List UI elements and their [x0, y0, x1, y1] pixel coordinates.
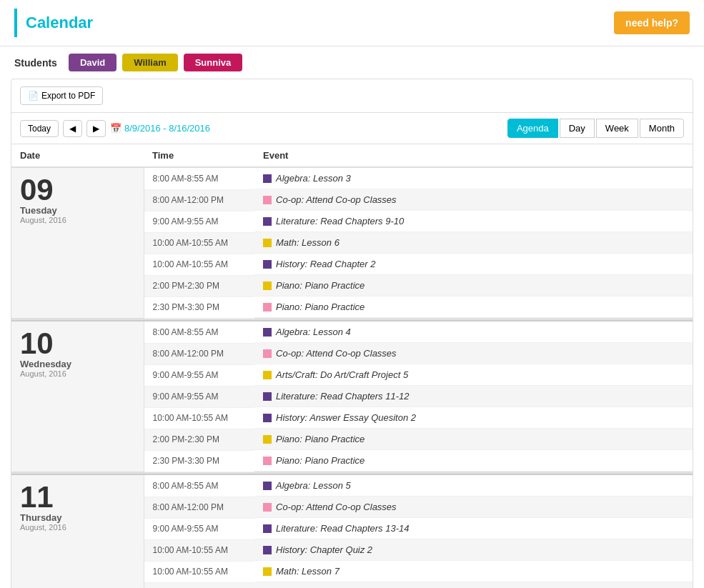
event-color-indicator	[263, 392, 272, 401]
time-cell: 8:00 AM-12:00 PM	[144, 189, 254, 211]
event-cell: Algebra: Lesson 3	[254, 168, 693, 189]
event-color-indicator	[263, 524, 272, 533]
time-cell: 2:00 PM-2:30 PM	[144, 582, 254, 588]
time-cell: 2:00 PM-2:30 PM	[144, 275, 254, 297]
event-cell: Co-op: Attend Co-op Classes	[254, 189, 693, 211]
date-number: 09	[20, 175, 135, 205]
event-color-indicator	[263, 567, 272, 576]
time-cell: 8:00 AM-8:55 AM	[144, 321, 254, 343]
date-month: August, 2016	[20, 523, 135, 532]
event-cell: Literature: Read Chapters 9-10	[254, 211, 693, 232]
view-agenda-button[interactable]: Agenda	[507, 119, 558, 138]
student-william[interactable]: William	[122, 54, 177, 71]
event-cell: Co-op: Attend Co-op Classes	[254, 343, 693, 364]
date-month: August, 2016	[20, 216, 135, 224]
event-cell: History: Chapter Quiz 2	[254, 539, 693, 561]
event-cell: Piano: Piano Practice	[254, 275, 693, 297]
event-text: Piano: Piano Practice	[276, 280, 365, 291]
header-left: Calendar	[14, 9, 93, 37]
event-color-indicator	[263, 217, 272, 226]
event-color-indicator	[263, 503, 272, 512]
event-text: Arts/Craft: Do Art/Craft Project 5	[276, 369, 408, 380]
view-day-button[interactable]: Day	[560, 119, 595, 138]
export-label: Export to PDF	[41, 91, 95, 101]
event-cell: Arts/Craft: Do Art/Craft Project 5	[254, 364, 693, 386]
event-cell: Piano: Piano Practice	[254, 582, 693, 588]
header: Calendar need help?	[0, 0, 704, 46]
event-text: Co-op: Attend Co-op Classes	[276, 502, 397, 512]
nav-bar: Today ◀ ▶ 📅 8/9/2016 - 8/16/2016 Agenda …	[11, 113, 693, 144]
student-david[interactable]: David	[69, 54, 116, 71]
event-color-indicator	[263, 414, 272, 422]
date-range-text: 8/9/2016 - 8/16/2016	[124, 123, 210, 134]
event-cell: Algebra: Lesson 5	[254, 475, 693, 497]
export-pdf-button[interactable]: 📄 Export to PDF	[20, 86, 103, 105]
prev-button[interactable]: ◀	[63, 120, 82, 137]
time-cell: 2:00 PM-2:30 PM	[144, 429, 254, 450]
time-cell: 9:00 AM-9:55 AM	[144, 364, 254, 386]
event-text: Algebra: Lesson 5	[276, 480, 351, 491]
student-sunniva[interactable]: Sunniva	[184, 54, 243, 71]
time-cell: 8:00 AM-12:00 PM	[144, 497, 254, 518]
table-row: 09 Tuesday August, 2016 8:00 AM-8:55 AM …	[11, 167, 693, 189]
event-color-indicator	[263, 435, 272, 444]
event-text: Piano: Piano Practice	[276, 434, 365, 444]
event-cell: Literature: Read Chapters 11-12	[254, 386, 693, 407]
event-text: History: Chapter Quiz 2	[276, 544, 372, 555]
event-color-indicator	[263, 260, 272, 269]
col-header-event: Event	[254, 144, 693, 167]
event-color-indicator	[263, 328, 272, 337]
time-cell: 10:00 AM-10:55 AM	[144, 407, 254, 429]
event-text: History: Answer Essay Quesiton 2	[276, 412, 416, 423]
app-container: Calendar need help? Students David Willi…	[0, 0, 704, 588]
date-number: 10	[20, 329, 135, 359]
time-cell: 9:00 AM-9:55 AM	[144, 386, 254, 407]
time-cell: 2:30 PM-3:30 PM	[144, 297, 254, 318]
date-day: Thursday	[20, 512, 135, 523]
page-title: Calendar	[26, 14, 93, 32]
date-number: 11	[20, 482, 135, 512]
event-cell: Algebra: Lesson 4	[254, 322, 693, 343]
date-day: Tuesday	[20, 205, 135, 216]
event-cell: Math: Lesson 7	[254, 561, 693, 582]
event-text: History: Read Chapter 2	[276, 259, 375, 269]
table-row: 10 Wednesday August, 2016 8:00 AM-8:55 A…	[11, 321, 693, 343]
help-button[interactable]: need help?	[614, 11, 690, 34]
time-cell: 8:00 AM-12:00 PM	[144, 343, 254, 364]
view-month-button[interactable]: Month	[640, 119, 684, 138]
today-button[interactable]: Today	[20, 120, 59, 137]
event-color-indicator	[263, 371, 272, 379]
next-button[interactable]: ▶	[86, 120, 106, 137]
time-cell: 10:00 AM-10:55 AM	[144, 232, 254, 254]
event-color-indicator	[263, 457, 272, 465]
event-cell: History: Answer Essay Quesiton 2	[254, 407, 693, 429]
header-accent	[14, 9, 17, 37]
event-cell: Piano: Piano Practice	[254, 429, 693, 450]
event-color-indicator	[263, 281, 272, 290]
event-color-indicator	[263, 239, 272, 247]
date-month: August, 2016	[20, 369, 135, 378]
time-cell: 10:00 AM-10:55 AM	[144, 561, 254, 582]
time-cell: 8:00 AM-8:55 AM	[144, 167, 254, 189]
event-color-indicator	[263, 482, 272, 490]
event-cell: Piano: Piano Practice	[254, 450, 693, 472]
event-text: Algebra: Lesson 4	[276, 327, 351, 337]
event-text: Co-op: Attend Co-op Classes	[276, 194, 397, 205]
event-text: Math: Lesson 7	[276, 566, 339, 577]
event-text: Co-op: Attend Co-op Classes	[276, 348, 397, 359]
date-range: 📅 8/9/2016 - 8/16/2016	[110, 123, 210, 134]
event-cell: Co-op: Attend Co-op Classes	[254, 497, 693, 518]
event-color-indicator	[263, 174, 272, 183]
event-text: Algebra: Lesson 3	[276, 173, 351, 184]
time-cell: 2:30 PM-3:30 PM	[144, 450, 254, 472]
date-cell: 10 Wednesday August, 2016	[11, 321, 144, 472]
table-header-row: Date Time Event	[11, 144, 693, 167]
event-color-indicator	[263, 196, 272, 204]
view-week-button[interactable]: Week	[596, 119, 638, 138]
event-text: Piano: Piano Practice	[276, 455, 365, 466]
time-cell: 10:00 AM-10:55 AM	[144, 539, 254, 561]
date-cell: 11 Thursday August, 2016	[11, 474, 144, 588]
time-cell: 8:00 AM-8:55 AM	[144, 474, 254, 497]
date-day: Wednesday	[20, 359, 135, 369]
time-cell: 9:00 AM-9:55 AM	[144, 211, 254, 232]
